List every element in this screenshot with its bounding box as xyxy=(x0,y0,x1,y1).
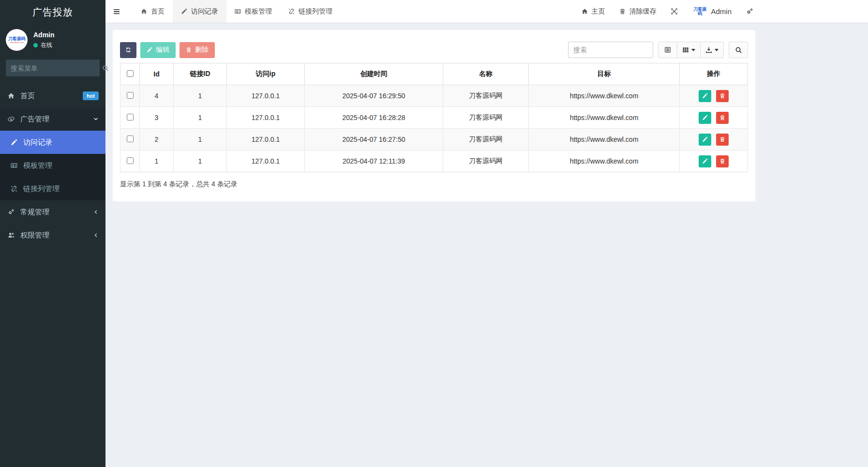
newspaper-icon xyxy=(11,162,17,169)
row-delete-button[interactable] xyxy=(716,90,729,102)
sidebar: 广告投放 刀客源码 www.dkewl.com Admin 在线 首页 hot … xyxy=(0,0,105,467)
site-logo: 刀客源码 xyxy=(692,7,707,16)
table-row[interactable]: 3 1 127.0.0.1 2025-04-07 16:28:28 刀客源码网 … xyxy=(120,107,748,129)
cogs-icon xyxy=(8,209,15,215)
sidebar-subitem-label: 访问记录 xyxy=(23,138,99,147)
cell-ip: 127.0.0.1 xyxy=(227,85,305,107)
sidebar-subitem-linklist-management[interactable]: 链接列管理 xyxy=(0,177,105,200)
table-search-input[interactable] xyxy=(568,42,653,58)
navbar-clear-cache-link[interactable]: 清除缓存 xyxy=(619,7,656,16)
sidebar-item-ad-management[interactable]: 广告管理 xyxy=(0,107,105,131)
row-edit-button[interactable] xyxy=(699,112,711,124)
content-card: 编辑 删除 xyxy=(113,30,755,201)
edit-button-label: 编辑 xyxy=(156,45,169,54)
fullscreen-arrows-icon xyxy=(671,8,678,15)
pencil-icon xyxy=(11,139,17,146)
nav-tabs: 首页 访问记录 模板管理 链接列管理 xyxy=(133,0,341,23)
sidebar-search-input[interactable] xyxy=(11,64,98,72)
hot-badge: hot xyxy=(83,91,99,100)
search-icon xyxy=(735,46,742,54)
cell-link-id: 1 xyxy=(174,85,227,107)
table-toolbar: 编辑 删除 xyxy=(120,42,748,58)
detail-view-button[interactable] xyxy=(658,42,677,58)
cell-created: 2025-04-07 16:29:50 xyxy=(305,85,443,107)
export-dropdown-button[interactable] xyxy=(701,42,724,58)
row-edit-button[interactable] xyxy=(699,134,711,146)
trash-icon xyxy=(719,93,725,99)
newspaper-icon xyxy=(235,8,241,15)
trash-icon xyxy=(186,47,192,53)
tab-linklist-management[interactable]: 链接列管理 xyxy=(280,0,341,23)
table-row[interactable]: 4 1 127.0.0.1 2025-04-07 16:29:50 刀客源码网 … xyxy=(120,85,748,107)
sidebar-item-label: 常规管理 xyxy=(20,208,87,217)
row-edit-button[interactable] xyxy=(699,155,711,167)
trash-icon xyxy=(719,136,725,142)
cell-target: https://www.dkewl.com xyxy=(529,151,680,172)
bars-icon xyxy=(113,8,120,15)
row-delete-button[interactable] xyxy=(716,155,729,167)
row-checkbox[interactable] xyxy=(127,157,134,164)
sidebar-subitem-label: 模板管理 xyxy=(23,161,99,170)
pencil-icon xyxy=(702,136,708,142)
tab-label: 模板管理 xyxy=(245,7,272,16)
grid-columns-icon xyxy=(682,46,689,53)
pencil-icon xyxy=(147,47,152,53)
navbar-home-link[interactable]: 主页 xyxy=(582,7,605,16)
sidebar-subitem-template-management[interactable]: 模板管理 xyxy=(0,154,105,177)
cell-created: 2025-04-07 16:27:50 xyxy=(305,129,443,151)
navbar-home-label: 主页 xyxy=(591,7,605,16)
cell-id: 1 xyxy=(140,151,174,172)
row-checkbox[interactable] xyxy=(127,136,134,142)
columns-dropdown-button[interactable] xyxy=(677,42,701,58)
search-icon[interactable] xyxy=(102,65,109,72)
navbar-user-menu[interactable]: 刀客源码 Admin xyxy=(692,7,732,16)
sidebar-item-general-management[interactable]: 常规管理 xyxy=(0,200,105,224)
sidebar-item-home[interactable]: 首页 hot xyxy=(0,84,105,107)
row-checkbox[interactable] xyxy=(127,92,134,99)
hamburger-button[interactable] xyxy=(105,0,128,23)
settings-button[interactable] xyxy=(746,8,753,15)
sidebar-subitem-visit-records[interactable]: 访问记录 xyxy=(0,131,105,154)
pencil-icon xyxy=(181,8,187,15)
cell-created: 2025-04-07 12:11:39 xyxy=(305,151,443,172)
detail-view-icon xyxy=(664,46,671,53)
row-delete-button[interactable] xyxy=(716,112,729,124)
tab-template-management[interactable]: 模板管理 xyxy=(226,0,280,23)
select-all-cell xyxy=(120,63,140,85)
pencil-icon xyxy=(702,115,708,121)
table-row[interactable]: 1 1 127.0.0.1 2025-04-07 12:11:39 刀客源码网 … xyxy=(120,151,748,172)
select-all-checkbox[interactable] xyxy=(127,70,134,77)
user-name: Admin xyxy=(33,31,55,39)
cell-link-id: 1 xyxy=(174,107,227,129)
tab-home[interactable]: 首页 xyxy=(133,0,173,23)
online-dot-icon xyxy=(33,43,38,47)
row-delete-button[interactable] xyxy=(716,134,729,146)
row-edit-button[interactable] xyxy=(699,90,711,102)
navbar-clear-cache-label: 清除缓存 xyxy=(629,7,656,16)
sidebar-item-permission-management[interactable]: 权限管理 xyxy=(0,224,105,247)
delete-button[interactable]: 删除 xyxy=(180,42,215,58)
cell-actions xyxy=(680,85,748,107)
cell-id: 2 xyxy=(140,129,174,151)
edit-button[interactable]: 编辑 xyxy=(140,42,176,58)
chain-broken-icon xyxy=(11,185,17,192)
chevron-left-icon xyxy=(93,232,99,238)
caret-down-icon xyxy=(715,49,718,51)
refresh-button[interactable] xyxy=(120,42,136,58)
search-submit-button[interactable] xyxy=(729,42,748,58)
row-checkbox[interactable] xyxy=(127,114,134,121)
table-row[interactable]: 2 1 127.0.0.1 2025-04-07 16:27:50 刀客源码网 … xyxy=(120,129,748,151)
cell-target: https://www.dkewl.com xyxy=(529,85,680,107)
export-icon xyxy=(705,46,712,53)
trash-icon xyxy=(619,8,626,15)
sidebar-item-label: 广告管理 xyxy=(20,115,87,124)
tab-visit-records[interactable]: 访问记录 xyxy=(173,0,226,23)
fullscreen-button[interactable] xyxy=(671,8,678,15)
user-panel: 刀客源码 www.dkewl.com Admin 在线 xyxy=(0,24,105,58)
user-status-label: 在线 xyxy=(41,41,52,49)
sidebar-menu: 首页 hot 广告管理 访问记录 模板管理 链接列管理 常规管理 xyxy=(0,84,105,247)
top-navbar: 首页 访问记录 模板管理 链接列管理 主页 清除缓存 刀客源码 Admin xyxy=(105,0,868,23)
chain-broken-icon xyxy=(288,8,295,15)
records-table: Id 链接ID 访问ip 创建时间 名称 目标 操作 4 1 127.0.0.1… xyxy=(120,63,748,172)
pencil-icon xyxy=(702,93,708,99)
